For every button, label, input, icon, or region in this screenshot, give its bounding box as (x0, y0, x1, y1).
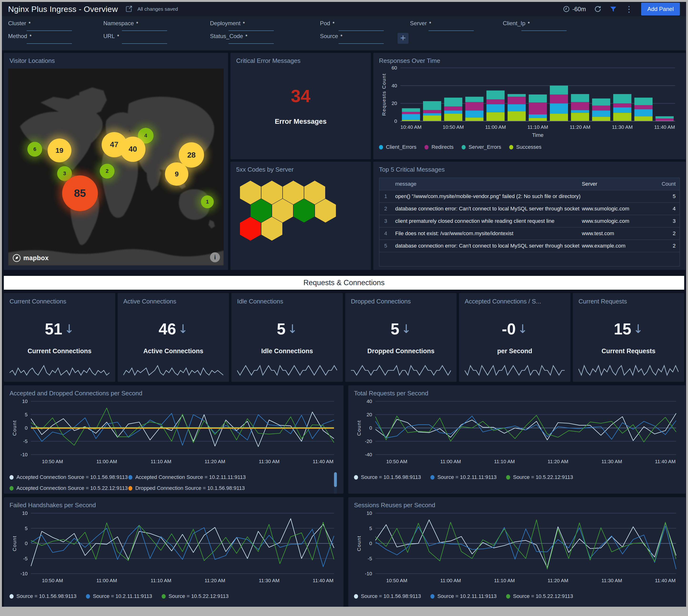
filter-input[interactable] (122, 43, 167, 44)
filter-label: Namespace* (103, 20, 210, 27)
filter-cluster[interactable]: Cluster* (8, 20, 103, 31)
sessions-reuses-line-chart[interactable]: -10-50510Count10:50 AM11:00 AM11:10 AM11… (354, 509, 680, 588)
legend-item[interactable]: Accepted Connection Source = 10.5.22.12:… (9, 483, 128, 494)
map-bubble[interactable]: 40 (120, 137, 146, 162)
screenshot-frame: Nginx Plus Ingress - Overview All change… (0, 0, 688, 613)
svg-text:-5: -5 (23, 438, 28, 444)
filter-namespace[interactable]: Namespace* (103, 20, 210, 31)
filter-input[interactable] (229, 30, 274, 31)
legend-item[interactable]: Source = 10.2.11.11:9113 (86, 591, 152, 602)
filter-icon[interactable] (610, 5, 617, 13)
legend-item[interactable]: Server_Errors (461, 141, 501, 153)
legend-item[interactable]: Redirects (425, 141, 453, 153)
map-bubble[interactable]: 2 (100, 164, 114, 178)
table-row[interactable]: 4File does not exist: /var/www/com.mysit… (380, 227, 680, 239)
panel-critical-error-messages: Critical Error Messages 34 Error Message… (231, 53, 371, 159)
svg-text:11:40 AM: 11:40 AM (313, 578, 334, 583)
table-empty-row (380, 252, 680, 266)
total-requests-line-chart[interactable]: -40-2002040Count10:50 AM11:00 AM11:10 AM… (354, 397, 680, 468)
filter-input[interactable] (27, 30, 72, 31)
legend-item[interactable]: Accepted Connection Source = 10.1.56.98:… (9, 472, 128, 483)
time-range-control[interactable]: -60m (563, 5, 586, 13)
map-bubble[interactable]: 19 (48, 138, 71, 162)
legend-item[interactable]: Source = 10.2.11.11:9113 (430, 472, 497, 483)
col-count[interactable]: Count (653, 181, 680, 187)
filter-label: URL* (103, 33, 210, 40)
filter-server[interactable]: Server* (410, 20, 503, 31)
filter-input[interactable] (339, 43, 384, 44)
legend-item[interactable]: Source = 10.5.22.12:9113 (506, 591, 573, 602)
kebab-menu-icon[interactable]: ⋮ (625, 4, 633, 14)
responses-bar-chart[interactable]: 0204060Requests Count10:40 AM10:50 AM11:… (379, 65, 680, 138)
kpi-card[interactable]: Current Requests15↓Current Requests (573, 293, 684, 382)
responses-legend: Client_ErrorsRedirectsServer_ErrorsSucce… (379, 141, 680, 153)
kpi-card[interactable]: Accepted Connections / S...-0↓per Second (459, 293, 571, 382)
col-server[interactable]: Server (582, 181, 653, 187)
svg-text:10:50 AM: 10:50 AM (386, 578, 407, 583)
filter-pod[interactable]: Pod* (320, 20, 410, 31)
kpi-card[interactable]: Dropped Connections5↓Dropped Connections (345, 293, 457, 382)
map-info-icon[interactable]: i (210, 252, 220, 262)
failed-handshakes-line-chart[interactable]: -10-50510Count10:50 AM11:00 AM11:10 AM11… (9, 509, 338, 588)
svg-text:40: 40 (392, 83, 397, 88)
legend-item[interactable]: Dropped Connection Source = 10.1.56.98:9… (128, 483, 321, 494)
trend-down-icon: ↓ (633, 322, 643, 336)
table-row[interactable]: 5database connection error: Can't connec… (380, 239, 680, 252)
legend-item[interactable]: Source = 10.1.56.98:9113 (354, 591, 421, 602)
map-bubble[interactable]: 85 (62, 175, 98, 211)
filter-input[interactable] (339, 30, 384, 31)
legend-item[interactable]: Successes (509, 141, 541, 153)
mapbox-logo[interactable]: mapbox (13, 254, 49, 262)
clock-icon (563, 5, 570, 13)
critical-messages-table: message Server Count 1open() "/www/com.m… (379, 178, 680, 267)
map-bubble[interactable]: 6 (27, 142, 42, 157)
filter-deployment[interactable]: Deployment* (210, 20, 320, 31)
legend-item[interactable]: Source = 10.5.22.12:9113 (506, 472, 573, 483)
filter-input[interactable] (521, 30, 566, 31)
filter-input[interactable] (122, 30, 167, 31)
legend-item[interactable]: Source = 10.1.56.98:9113 (354, 472, 421, 483)
legend-item[interactable]: Source = 10.1.56.98:9113 (9, 591, 77, 602)
legend-item[interactable]: Source = 10.2.11.11:9113 (430, 591, 497, 602)
table-header: message Server Count (380, 178, 680, 190)
panel-title: Top 5 Critical Messages (379, 166, 680, 173)
world-map[interactable]: 6193854724402891 mapbox i (8, 69, 224, 266)
col-message[interactable]: message (392, 181, 582, 187)
legend-item[interactable]: Source = 10.5.22.12:9113 (162, 591, 229, 602)
filter-client_ip[interactable]: Client_Ip* (503, 20, 574, 31)
table-row[interactable]: 1open() "/www/com.mysite/mobile-vendor.p… (380, 190, 680, 202)
filter-label: Pod* (320, 20, 410, 27)
map-bubble[interactable]: 9 (165, 162, 188, 186)
legend-scrollbar-thumb[interactable] (334, 472, 337, 487)
svg-text:Requests Count: Requests Count (381, 73, 387, 116)
critical-error-label: Error Messages (236, 117, 365, 126)
share-icon[interactable] (125, 5, 133, 13)
legend-dot (128, 486, 132, 490)
svg-text:11:10 AM: 11:10 AM (151, 578, 171, 583)
filter-status_code[interactable]: Status_Code* (210, 33, 320, 44)
svg-text:40: 40 (367, 398, 372, 404)
kpi-card[interactable]: Current Connections51↓Current Connection… (4, 293, 115, 382)
legend-dot (162, 594, 166, 599)
filter-url[interactable]: URL* (103, 33, 210, 44)
kpi-card[interactable]: Active Connections46↓Active Connections (117, 293, 229, 382)
table-row[interactable]: 3client prematurely closed connection wh… (380, 215, 680, 227)
trend-down-icon: ↓ (401, 322, 411, 336)
trend-down-icon: ↓ (518, 322, 528, 336)
map-bubble[interactable]: 1 (201, 195, 214, 208)
accepted-dropped-line-chart[interactable]: -10-50510Count10:50 AM11:00 AM11:10 AM11… (9, 397, 338, 468)
add-filter-button[interactable]: + (397, 33, 409, 44)
kpi-card[interactable]: Idle Connections5↓Idle Connections (231, 293, 343, 382)
filter-input[interactable] (429, 30, 474, 31)
filter-input[interactable] (229, 43, 274, 44)
filter-method[interactable]: Method* (8, 33, 103, 44)
legend-item[interactable]: Accepted Connection Source = 10.2.11.11:… (128, 472, 321, 483)
kpi-row: Current Connections51↓Current Connection… (4, 293, 684, 382)
filter-input[interactable] (27, 43, 72, 44)
refresh-icon[interactable] (594, 5, 602, 13)
legend-item[interactable]: Client_Errors (379, 141, 416, 153)
svg-text:-10: -10 (20, 571, 28, 576)
add-panel-button[interactable]: Add Panel (641, 3, 680, 16)
filter-source[interactable]: Source* (320, 33, 391, 44)
table-row[interactable]: 2database connection error: Can't connec… (380, 202, 680, 215)
